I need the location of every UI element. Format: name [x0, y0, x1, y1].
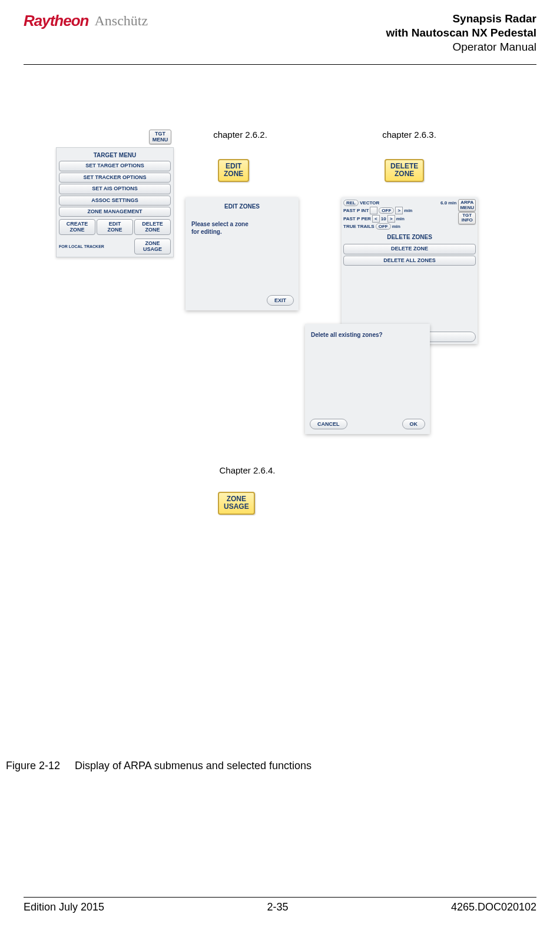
edit-zones-exit-button[interactable]: EXIT [267, 295, 294, 306]
arpa-side-button[interactable]: ARPA MENU [458, 199, 476, 211]
vector-row: REL VECTOR 6.0 min [343, 200, 456, 206]
header-rule [24, 64, 536, 65]
past-p-per-row: PAST P PER < 10 > min [343, 215, 456, 223]
chapter-263-label: chapter 2.6.3. [365, 130, 453, 140]
zone-usage-button[interactable]: ZONE USAGE [134, 239, 171, 254]
delete-zones-title: DELETE ZONES [343, 230, 476, 243]
arpa-settings-panel: REL VECTOR 6.0 min PAST P INT OFF > min … [342, 197, 478, 344]
cancel-button[interactable]: CANCEL [310, 419, 347, 429]
delete-zone-yellow-button[interactable]: DELETE ZONE [385, 159, 424, 181]
rel-pill[interactable]: REL [343, 200, 359, 206]
delete-confirm-text: Delete all existing zones? [309, 327, 426, 341]
page-footer: Edition July 2015 2-35 4265.DOC020102 [24, 892, 536, 913]
for-local-tracker-label: FOR LOCAL TRACKER [59, 244, 131, 249]
figure-text: Display of ARPA submenus and selected fu… [75, 760, 312, 772]
trails-row: TRUE TRAILS OFF min [343, 223, 456, 230]
brand-secondary: Anschütz [94, 13, 148, 29]
logo-block: Raytheon Anschütz [24, 12, 148, 30]
edit-zone-yellow-button[interactable]: EDIT ZONE [218, 159, 249, 181]
tgt-menu-button[interactable]: TGT MENU [149, 130, 171, 144]
delete-zone-panel-button[interactable]: DELETE ZONE [343, 244, 476, 254]
zone-management-button[interactable]: ZONE MANAGEMENT [59, 207, 171, 217]
footer-rule [24, 897, 536, 898]
lt-box[interactable]: < [372, 215, 380, 223]
ok-button[interactable]: OK [402, 419, 426, 429]
assoc-settings-button[interactable]: ASSOC SETTINGS [59, 196, 171, 206]
create-zone-button[interactable]: CREATE ZONE [59, 219, 95, 235]
set-target-options-button[interactable]: SET TARGET OPTIONS [59, 161, 171, 171]
tgt-menu-line2: MENU [151, 137, 170, 143]
past-p-int-row: PAST P INT OFF > min [343, 207, 456, 214]
set-tracker-options-button[interactable]: SET TRACKER OPTIONS [59, 173, 171, 183]
gt-box-2[interactable]: > [387, 215, 395, 223]
delete-zone-button[interactable]: DELETE ZONE [134, 219, 171, 235]
edit-zone-button[interactable]: EDIT ZONE [97, 219, 133, 235]
tgt-info-side-button[interactable]: TGT INFO [458, 212, 476, 224]
off-pill-2[interactable]: OFF [376, 223, 391, 230]
off-pill-1[interactable]: OFF [379, 207, 394, 214]
doc-title-2: with Nautoscan NX Pedestal [386, 26, 536, 40]
doc-title-1: Synapsis Radar [386, 12, 536, 26]
edit-zones-title: EDIT ZONES [189, 201, 295, 212]
footer-right: 4265.DOC020102 [451, 901, 536, 913]
delete-confirm-dialog: Delete all existing zones? CANCEL OK [305, 324, 430, 434]
doc-title-3: Operator Manual [386, 40, 536, 54]
figure-area: TGT MENU TARGET MENU SET TARGET OPTIONS … [24, 130, 536, 748]
brand-primary: Raytheon [24, 12, 88, 30]
gt-box-1[interactable]: > [395, 207, 403, 214]
zone-usage-yellow-button[interactable]: ZONE USAGE [218, 492, 255, 514]
delete-all-zones-button[interactable]: DELETE ALL ZONES [343, 256, 476, 266]
figure-caption: Figure 2-12 Display of ARPA submenus and… [6, 760, 536, 772]
blank-box[interactable] [370, 207, 377, 214]
edit-zones-text: Please select a zone for editing. [189, 212, 295, 238]
chapter-262-label: chapter 2.6.2. [196, 130, 284, 140]
footer-left: Edition July 2015 [24, 901, 104, 913]
figure-number: Figure 2-12 [6, 760, 60, 772]
chapter-264-label: Chapter 2.6.4. [200, 465, 294, 475]
page-header: Raytheon Anschütz Synapsis Radar with Na… [24, 12, 536, 59]
footer-center: 2-35 [267, 901, 288, 913]
target-menu-panel: TARGET MENU SET TARGET OPTIONS SET TRACK… [56, 147, 174, 257]
edit-zones-dialog: EDIT ZONES Please select a zone for edit… [185, 197, 299, 310]
doc-title-block: Synapsis Radar with Nautoscan NX Pedesta… [386, 12, 536, 54]
target-menu-title: TARGET MENU [59, 150, 171, 160]
set-ais-options-button[interactable]: SET AIS OPTIONS [59, 184, 171, 194]
